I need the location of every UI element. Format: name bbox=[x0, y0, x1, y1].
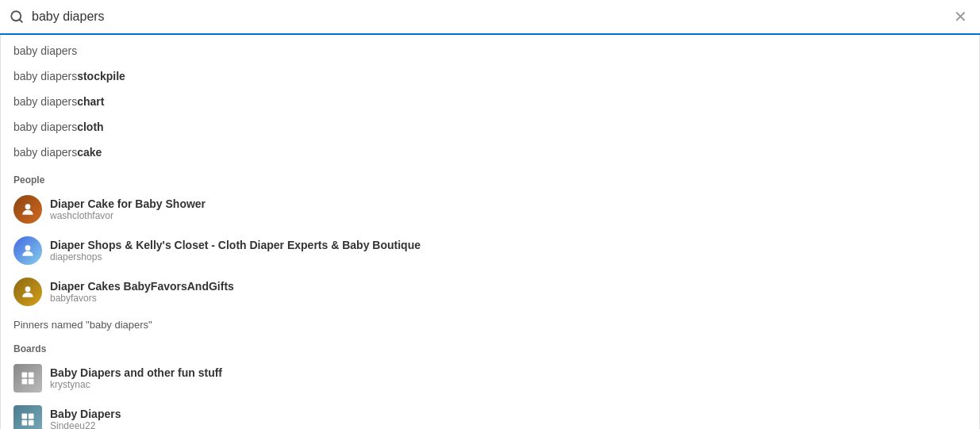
svg-rect-8 bbox=[29, 379, 34, 385]
search-bar: ✕ bbox=[0, 0, 980, 35]
suggestion-bold: cake bbox=[77, 146, 102, 159]
svg-rect-7 bbox=[22, 379, 28, 385]
svg-rect-9 bbox=[22, 414, 28, 419]
board-name: Baby Diapers and other fun stuff bbox=[50, 366, 222, 379]
suggestion-normal: baby diapers bbox=[13, 95, 77, 108]
person-name: Diaper Cake for Baby Shower bbox=[50, 197, 206, 210]
search-dropdown: baby diapers baby diapers stockpile baby… bbox=[0, 35, 980, 429]
board-avatar bbox=[13, 364, 42, 393]
svg-rect-12 bbox=[29, 420, 34, 426]
person-info: Diaper Cakes BabyFavorsAndGifts babyfavo… bbox=[50, 280, 234, 304]
board-info: Baby Diapers Sindeeu22 bbox=[50, 408, 121, 429]
svg-point-4 bbox=[25, 286, 31, 292]
board-avatar bbox=[13, 405, 42, 429]
board-item[interactable]: Baby Diapers and other fun stuff krystyn… bbox=[1, 358, 979, 399]
svg-rect-6 bbox=[29, 373, 34, 378]
avatar bbox=[13, 195, 42, 224]
person-name: Diaper Cakes BabyFavorsAndGifts bbox=[50, 280, 234, 293]
clear-button[interactable]: ✕ bbox=[951, 9, 970, 25]
avatar bbox=[13, 236, 42, 265]
person-item[interactable]: Diaper Shops & Kelly's Closet - Cloth Di… bbox=[1, 230, 979, 271]
svg-rect-5 bbox=[22, 373, 28, 378]
search-input[interactable] bbox=[32, 10, 951, 24]
suggestions-section: baby diapers baby diapers stockpile baby… bbox=[1, 35, 979, 168]
person-info: Diaper Cake for Baby Shower washclothfav… bbox=[50, 197, 206, 221]
person-item[interactable]: Diaper Cake for Baby Shower washclothfav… bbox=[1, 189, 979, 230]
suggestion-item[interactable]: baby diapers cake bbox=[1, 140, 979, 165]
suggestion-normal: baby diapers bbox=[13, 70, 77, 82]
person-handle: diapershops bbox=[50, 251, 421, 262]
svg-rect-10 bbox=[29, 414, 34, 419]
person-handle: babyfavors bbox=[50, 293, 234, 304]
board-item[interactable]: Baby Diapers Sindeeu22 bbox=[1, 399, 979, 429]
suggestion-bold: cloth bbox=[77, 121, 103, 133]
suggestion-normal: baby diapers bbox=[13, 146, 77, 159]
suggestion-text: baby diapers bbox=[13, 44, 77, 57]
board-handle: krystynac bbox=[50, 379, 222, 390]
suggestion-item[interactable]: baby diapers bbox=[1, 38, 979, 63]
suggestion-normal: baby diapers bbox=[13, 121, 77, 133]
people-section-label: People bbox=[1, 168, 979, 189]
board-name: Baby Diapers bbox=[50, 408, 121, 420]
boards-section-label: Boards bbox=[1, 337, 979, 358]
suggestion-item[interactable]: baby diapers stockpile bbox=[1, 63, 979, 89]
suggestion-bold: stockpile bbox=[77, 70, 125, 82]
svg-rect-11 bbox=[22, 420, 28, 426]
search-icon bbox=[10, 10, 24, 24]
board-handle: Sindeeu22 bbox=[50, 420, 121, 429]
suggestion-bold: chart bbox=[77, 95, 104, 108]
avatar bbox=[13, 278, 42, 306]
pinners-named-text[interactable]: Pinners named "baby diapers" bbox=[1, 312, 979, 337]
person-handle: washclothfavor bbox=[50, 210, 206, 221]
suggestion-item[interactable]: baby diapers cloth bbox=[1, 114, 979, 140]
svg-point-3 bbox=[25, 245, 31, 251]
suggestion-item[interactable]: baby diapers chart bbox=[1, 89, 979, 114]
person-name: Diaper Shops & Kelly's Closet - Cloth Di… bbox=[50, 239, 421, 251]
board-info: Baby Diapers and other fun stuff krystyn… bbox=[50, 366, 222, 390]
svg-line-1 bbox=[19, 19, 21, 21]
person-info: Diaper Shops & Kelly's Closet - Cloth Di… bbox=[50, 239, 421, 262]
person-item[interactable]: Diaper Cakes BabyFavorsAndGifts babyfavo… bbox=[1, 271, 979, 312]
svg-point-2 bbox=[25, 204, 31, 209]
